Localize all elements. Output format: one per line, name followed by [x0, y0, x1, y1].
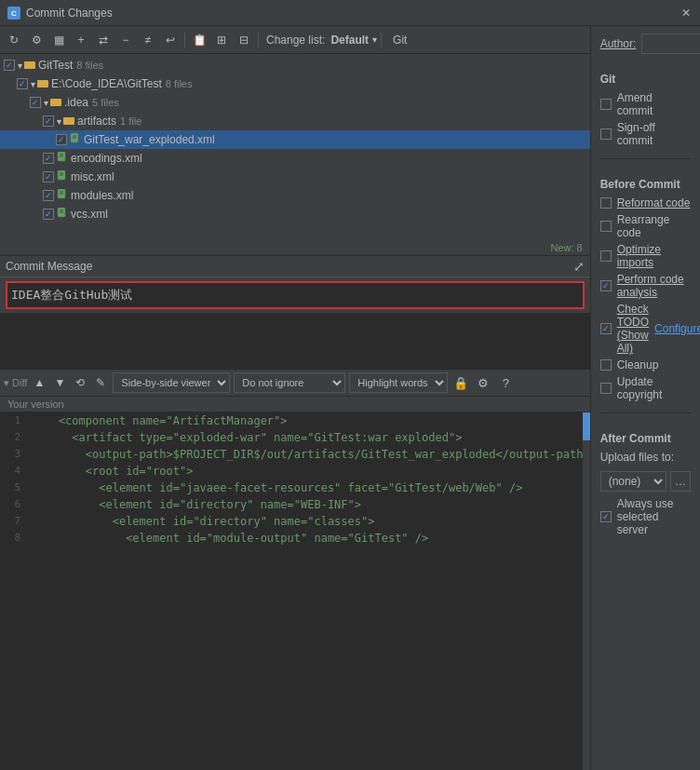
diff-title[interactable]: ▾ Diff [4, 377, 27, 389]
signoff-commit-checkbox[interactable] [600, 128, 612, 140]
close-button[interactable]: ✕ [680, 7, 693, 20]
author-input[interactable] [641, 34, 700, 54]
commit-message-extra-area[interactable] [0, 313, 590, 369]
viewer-select[interactable]: Side-by-side viewer Unified viewer [113, 372, 230, 393]
refresh-button[interactable]: ↻ [4, 30, 24, 50]
configure-link[interactable]: Configure [654, 322, 700, 335]
file-icon [24, 59, 35, 72]
optimize-label[interactable]: Optimize imports [617, 243, 691, 269]
file-name: artifacts [77, 115, 116, 128]
commit-message-header: Commit Message ⤢ [0, 256, 590, 277]
line-number: 2 [0, 429, 28, 446]
cleanup-checkbox[interactable] [600, 359, 612, 371]
analyze-label[interactable]: Perform code analysis [617, 273, 691, 299]
diff-edit-button[interactable]: ✎ [92, 374, 109, 391]
gear-icon[interactable]: ⚙ [474, 373, 492, 392]
tree-checkbox[interactable]: ✓ [4, 60, 15, 71]
tree-item[interactable]: ✓GitTest_war_exploded.xml [0, 130, 590, 149]
help-diff-icon[interactable]: ? [496, 373, 515, 392]
add-button[interactable]: + [71, 30, 91, 50]
lock-icon[interactable]: 🔒 [451, 373, 470, 392]
file-name: E:\Code_IDEA\GitTest [51, 77, 162, 90]
file-name: encodings.xml [71, 152, 142, 165]
line-number: 7 [0, 513, 28, 530]
upload-more-button[interactable]: … [670, 471, 691, 492]
author-label: Author: [600, 37, 637, 50]
tree-checkbox[interactable]: ✓ [30, 97, 41, 108]
diff-content[interactable]: 1 <component name="ArtifactManager">2 <a… [0, 412, 590, 770]
cleanup-row: Cleanup [600, 358, 691, 371]
tree-checkbox[interactable]: ✓ [56, 134, 67, 145]
todo-checkbox[interactable]: ✓ [600, 323, 612, 334]
amend-commit-label[interactable]: Amend commit [617, 91, 691, 117]
highlight-select[interactable]: Highlight words Highlight lines [349, 372, 448, 393]
tree-checkbox[interactable]: ✓ [43, 209, 54, 220]
ignore-select[interactable]: Do not ignore Ignore whitespace [234, 372, 345, 393]
optimize-checkbox[interactable] [600, 250, 612, 262]
always-use-row: ✓ Always use selected server [600, 497, 691, 536]
rearrange-checkbox[interactable] [600, 221, 612, 232]
tree-item[interactable]: ✓▾artifacts1 file [0, 112, 590, 130]
analyze-checkbox[interactable]: ✓ [600, 280, 612, 291]
tree-checkbox[interactable]: ✓ [43, 190, 54, 201]
show-all-button[interactable]: ⊟ [234, 30, 254, 50]
diff-scrollbar-thumb[interactable] [583, 412, 590, 440]
revert-button[interactable]: ↩ [160, 30, 181, 50]
tree-checkbox[interactable]: ✓ [43, 115, 54, 127]
diff-up-button[interactable]: ▲ [31, 374, 47, 391]
todo-label[interactable]: Check TODO (Show All) [617, 303, 649, 355]
reformat-checkbox[interactable] [600, 197, 612, 209]
changelist-arrow-icon: ▾ [372, 34, 377, 45]
diff-back-button[interactable]: ⟲ [72, 374, 88, 391]
your-version-label: Your version [0, 397, 590, 412]
tree-item[interactable]: ✓misc.xml [0, 168, 590, 186]
tree-item[interactable]: ✓▾.idea5 files [0, 93, 590, 112]
always-use-label[interactable]: Always use selected server [617, 497, 691, 536]
show-diff-button[interactable]: ⊞ [211, 30, 232, 50]
changelist-label: Change list: [266, 34, 325, 47]
diff-down-button[interactable]: ▼ [51, 374, 68, 391]
group-button[interactable]: ▦ [48, 30, 69, 50]
author-row: Author: [600, 34, 691, 54]
always-use-checkbox[interactable]: ✓ [600, 511, 612, 522]
file-count: 1 file [120, 115, 141, 127]
commit-message-box[interactable]: IDEA整合GitHub测试 [6, 281, 585, 309]
rearrange-row: Rearrange code [600, 213, 691, 239]
tree-checkbox[interactable]: ✓ [43, 153, 54, 164]
expand-icon[interactable]: ⤢ [573, 259, 585, 274]
reformat-label[interactable]: Reformat code [617, 196, 691, 209]
amend-commit-checkbox[interactable] [600, 99, 612, 110]
history-button[interactable]: 📋 [189, 30, 209, 50]
line-content: <root id="root"> [28, 463, 590, 480]
file-tree[interactable]: ✓▾GitTest8 files✓▾E:\Code_IDEA\GitTest8 … [0, 54, 590, 240]
tree-item[interactable]: ✓encodings.xml [0, 149, 590, 168]
copyright-row: Update copyright [600, 375, 691, 401]
commit-message-text[interactable]: IDEA整合GitHub测试 [11, 287, 579, 304]
upload-select[interactable]: (none) [600, 471, 666, 492]
line-content: <element id="javaee-facet-resources" fac… [28, 480, 590, 496]
svg-rect-5 [37, 80, 42, 82]
remove-button[interactable]: − [115, 30, 136, 50]
diff-scrollbar[interactable] [583, 412, 590, 770]
tree-checkbox[interactable]: ✓ [43, 171, 54, 182]
cleanup-label[interactable]: Cleanup [617, 358, 659, 371]
copyright-label[interactable]: Update copyright [617, 375, 691, 401]
copyright-checkbox[interactable] [600, 383, 612, 394]
tree-checkbox[interactable]: ✓ [17, 78, 28, 89]
tree-item[interactable]: ✓▾GitTest8 files [0, 56, 590, 74]
analyze-row: ✓ Perform code analysis [600, 273, 691, 299]
rearrange-label[interactable]: Rearrange code [617, 213, 691, 239]
file-count: 5 files [92, 97, 119, 108]
tree-item[interactable]: ✓modules.xml [0, 186, 590, 205]
line-number: 5 [0, 480, 28, 496]
move-button[interactable]: ⇄ [93, 30, 114, 50]
signoff-commit-label[interactable]: Sign-off commit [617, 121, 691, 147]
settings-button[interactable]: ⚙ [26, 30, 47, 50]
tree-item[interactable]: ✓▾E:\Code_IDEA\GitTest8 files [0, 74, 590, 93]
upload-row: (none) … [600, 471, 691, 492]
diff-section: ▾ Diff ▲ ▼ ⟲ ✎ Side-by-side viewer Unifi… [0, 370, 590, 770]
svg-rect-7 [50, 99, 55, 101]
file-name: modules.xml [71, 189, 133, 202]
tree-item[interactable]: ✓vcs.xml [0, 205, 590, 223]
diff-button[interactable]: ≠ [138, 30, 158, 50]
